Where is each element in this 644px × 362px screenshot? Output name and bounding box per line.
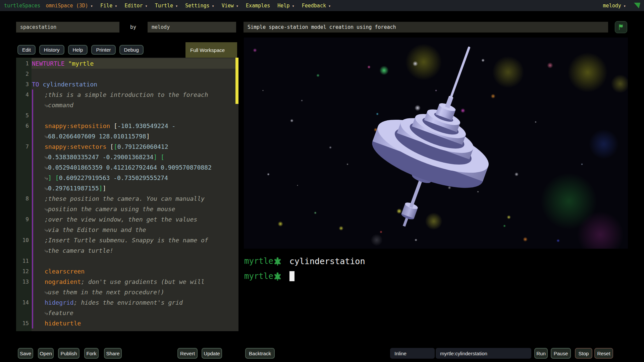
fork-button[interactable]: Fork [84,348,99,359]
command-input[interactable] [436,348,531,359]
code-text: ⤷position the camera using the mouse [32,204,236,214]
code-line[interactable]: 12clearscreen [16,266,238,277]
reset-button[interactable]: Reset [594,348,613,359]
pause-button[interactable]: Pause [551,348,571,359]
open-button[interactable]: Open [38,348,54,359]
code-text: ;these position the camera. You can manu… [32,193,236,204]
run-button[interactable]: Run [534,348,548,359]
code-line[interactable]: ⤷0.297611987155]] [16,183,238,193]
code-text: nogradient; don't use gradients (but we … [32,277,236,287]
menu-item-workspace[interactable]: omniSpace (3D) [46,3,93,9]
inline-mode-select[interactable]: Inline [390,348,435,359]
code-line[interactable]: ⤷68.0266407609 128.010115798] [16,131,238,141]
menu-item-settings[interactable]: Settings [185,3,214,9]
user-menu[interactable]: melody [603,3,626,9]
line-number: 11 [16,256,29,266]
code-line[interactable]: ⤷use them in the next procedure!) [16,287,238,297]
line-number: 14 [16,297,29,308]
code-line[interactable]: 4;this is a simple introduction to the f… [16,89,238,100]
line-number: 10 [16,235,29,245]
code-line[interactable]: ⤷via the Editor menu and the [16,225,238,235]
tab-full-workspace[interactable]: Full Workspace [185,42,237,58]
revert-button[interactable]: Revert [177,348,198,359]
wrap-marker-icon: ⤷ [45,102,48,109]
3d-viewport[interactable] [244,38,628,249]
console-output-line: myrtle cylinderstation [244,255,365,267]
code-line[interactable]: ⤷] [0.609227919563 -0.735029555274 [16,173,238,183]
publish-button[interactable]: Publish [58,348,79,359]
save-button[interactable]: Save [18,348,33,359]
code-editor[interactable]: 1NEWTURTLE "myrtle23TO cylinderstation4;… [16,58,238,331]
code-text: ⤷feature [32,308,236,318]
code-line[interactable]: 15hideturtle [16,318,238,328]
console-input-line[interactable]: myrtle [244,270,294,282]
code-line[interactable]: 14hidegrid; hides the environment's grid [16,297,238,308]
backtrack-button[interactable]: Backtrack [245,348,275,359]
editor-tab-row: Edit History Help Printer Debug [17,45,144,55]
code-text: ⤷command [32,100,236,110]
tab-debug[interactable]: Debug [119,45,144,55]
wrap-marker-icon: ⤷ [45,247,48,254]
share-button[interactable]: Share [104,348,122,359]
description-input[interactable] [244,22,608,33]
code-line[interactable]: 7snappy:setvectors [[0.791226060412 [16,141,238,152]
code-line[interactable]: ⤷0.0529401865359 0.412162792464 0.909570… [16,162,238,173]
code-text: ⤷0.538380335247 -0.29001368234] [ [32,152,236,162]
corner-turtle-icon[interactable] [634,3,640,8]
code-line[interactable]: ⤷position the camera using the mouse [16,204,238,214]
project-title-input[interactable] [16,22,119,33]
brand-logo[interactable]: turtleSpaces [4,3,40,9]
code-line[interactable]: ⤷command [16,100,238,110]
wrap-marker-icon: ⤷ [45,185,48,192]
menu-item-turtle[interactable]: Turtle [155,3,178,9]
code-text: ⤷0.297611987155]] [32,183,236,193]
wrap-marker-icon: ⤷ [45,205,48,213]
tab-help[interactable]: Help [68,45,88,55]
code-text: snappy:setposition [-101.930549224 - [32,121,236,131]
line-number: 5 [16,110,29,121]
turtle-icon [274,272,281,281]
menu-item-editor[interactable]: Editor [124,3,147,9]
code-line[interactable]: 10;Insert Turtle submenu. Snappy is the … [16,235,238,245]
menu-item-examples[interactable]: Examples [246,3,270,9]
code-line[interactable]: ⤷the camera turtle! [16,245,238,256]
flag-icon [618,23,625,31]
code-text: ;this is a simple introduction to the fo… [32,89,236,100]
code-text: ⤷68.0266407609 128.010115798] [32,131,236,141]
update-button[interactable]: Update [202,348,222,359]
space-station-model[interactable] [244,38,628,249]
menu-item-feedback[interactable]: Feedback [302,3,331,9]
code-text: ⤷use them in the next procedure!) [32,287,236,297]
menu-item-file[interactable]: File [100,3,117,9]
code-line[interactable]: ⤷0.538380335247 -0.29001368234] [ [16,152,238,162]
author-input[interactable] [148,22,236,33]
code-text: hidegrid; hides the environment's grid [32,297,236,308]
code-line[interactable]: 1NEWTURTLE "myrtle [16,58,238,69]
code-line[interactable]: 3TO cylinderstation [16,79,238,89]
code-line[interactable]: 2 [16,69,238,79]
code-line[interactable]: 5 [16,110,238,121]
code-line[interactable]: 11 [16,256,238,266]
tab-edit[interactable]: Edit [17,45,36,55]
code-line[interactable]: 6snappy:setposition [-101.930549224 - [16,121,238,131]
line-number: 4 [16,89,29,100]
code-line[interactable]: 8;these position the camera. You can man… [16,193,238,204]
code-text: NEWTURTLE "myrtle [32,58,236,69]
code-line[interactable]: 9;over the view window, then get the val… [16,214,238,225]
tab-printer[interactable]: Printer [91,45,115,55]
menu-item-help[interactable]: Help [277,3,294,9]
code-text: hideturtle [32,318,236,328]
code-text: ⤷via the Editor menu and the [32,225,236,235]
turtle-icon [274,257,281,265]
code-line[interactable]: 13nogradient; don't use gradients (but w… [16,277,238,287]
code-text: clearscreen [32,266,236,277]
stop-button[interactable]: Stop [575,348,592,359]
flag-button[interactable] [615,21,627,33]
code-line[interactable]: ⤷feature [16,308,238,318]
tab-history[interactable]: History [39,45,64,55]
editor-scrollbar[interactable] [235,58,238,104]
menu-item-view[interactable]: View [222,3,238,9]
wrap-marker-icon: ⤷ [45,289,48,296]
code-text: TO cylinderstation [32,79,236,89]
line-number: 13 [16,277,29,287]
